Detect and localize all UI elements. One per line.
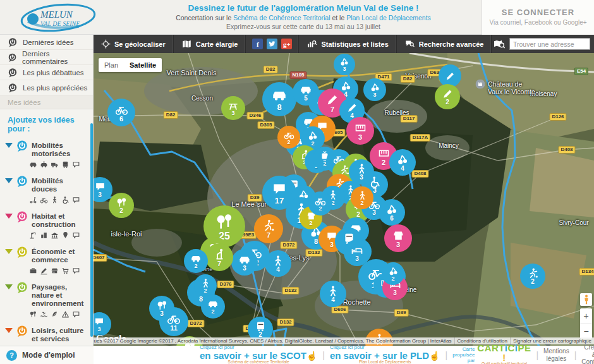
chevron-down-icon[interactable]: [5, 214, 13, 219]
plant-icon: [51, 310, 59, 318]
map-canvas[interactable]: Vert Saint DenisCessonVoisenonRubellesMo…: [94, 53, 594, 346]
map-marker-walk[interactable]: 4: [265, 250, 291, 277]
map-marker-car[interactable]: 3: [231, 249, 258, 276]
map-type-plan-button[interactable]: Plan: [99, 58, 124, 72]
map-marker-trees[interactable]: 3: [149, 296, 174, 321]
sidebar-item-3[interactable]: Les plus appréciées: [0, 80, 93, 95]
map-marker-bike[interactable]: 2: [308, 191, 332, 215]
advanced-search-button[interactable]: Recherche avancée: [397, 35, 492, 53]
marker-count: 3: [372, 210, 376, 216]
map-marker-car[interactable]: 2: [201, 294, 225, 318]
map-type-control: Plan Satellite: [99, 58, 162, 72]
map-marker-sport[interactable]: 2: [520, 264, 545, 289]
map-marker-bike[interactable]: 6: [107, 99, 135, 126]
sidebar-item-1[interactable]: Derniers commentaires: [0, 50, 93, 65]
category-3[interactable]: Économie et commerce: [0, 243, 93, 279]
login-button[interactable]: SE CONNECTER Via courriel, Facebook ou G…: [482, 0, 594, 35]
chevron-down-icon[interactable]: [5, 249, 13, 254]
wide-map-button[interactable]: Carte élargie: [174, 35, 246, 53]
marker-count: 2: [309, 221, 312, 226]
legal-link[interactable]: Mentions légales: [543, 348, 569, 362]
sidebar-item-0[interactable]: Dernières idées: [0, 35, 93, 50]
logo-text-1: MELUN: [40, 9, 73, 20]
map-toolbar: Se géolocaliser Carte élargie f g+ Stati…: [94, 35, 594, 53]
sidebar-scrollbar[interactable]: [90, 123, 93, 337]
carticipe-logo-letters: PE: [518, 343, 531, 353]
category-4[interactable]: Paysages, nature et environnement: [0, 279, 93, 322]
pld-link[interactable]: Plan Local de Déplacements: [346, 14, 431, 21]
scot-link[interactable]: Schéma de Cohérence Territorial: [233, 14, 330, 21]
bank-icon: [51, 231, 59, 240]
map-marker-piano[interactable]: 3: [346, 117, 374, 145]
pointer-hand-icon: ☝: [429, 351, 440, 361]
address-input[interactable]: [509, 38, 590, 50]
map-marker-walk[interactable]: 3: [349, 159, 374, 185]
map-marker-lamp[interactable]: 7: [205, 243, 233, 271]
googleplus-button[interactable]: g+: [281, 39, 292, 49]
road-badge: D117: [401, 115, 418, 123]
sidebar-item-2[interactable]: Les plus débattues: [0, 65, 93, 80]
map-marker-walk[interactable]: 2: [351, 186, 373, 209]
facebook-button[interactable]: f: [252, 39, 263, 49]
marker-count: 3: [243, 265, 246, 272]
twitter-button[interactable]: [267, 39, 277, 49]
road-badge: D372: [187, 320, 204, 327]
map-marker-pencil[interactable]: 2: [435, 84, 460, 109]
map-type-satellite-button[interactable]: Satellite: [124, 58, 162, 72]
map-marker-car[interactable]: 8: [262, 82, 296, 116]
chevron-down-icon[interactable]: [5, 284, 13, 289]
address-search: [493, 38, 594, 50]
carticipe-logo[interactable]: CARTiCiPE ! Outil participatif territori…: [477, 343, 531, 364]
scot-pre: Cliquez ici pour: [200, 345, 317, 350]
map-marker-walk[interactable]: 2: [194, 274, 217, 297]
map-marker-bench[interactable]: 3: [221, 96, 245, 120]
map-marker-trees[interactable]: 2: [109, 193, 134, 218]
chat-icon: [271, 181, 288, 197]
map-marker-cherries[interactable]: 3: [363, 78, 386, 101]
subtitle-mid: et le: [330, 14, 347, 21]
walk-icon: [357, 190, 368, 201]
map-marker-cherries[interactable]: 3: [334, 54, 355, 75]
scot-footer-link[interactable]: Cliquez ici pour en savoir + sur le SCOT…: [200, 345, 317, 364]
stats-button[interactable]: Statistiques et listes: [299, 35, 396, 53]
category-2[interactable]: Habitat et construction: [0, 208, 93, 243]
map-marker-cherries[interactable]: 4: [389, 149, 416, 176]
map-marker-shop[interactable]: 3: [384, 224, 412, 252]
bike-icon: [40, 196, 48, 204]
map-marker-sport[interactable]: 7: [254, 214, 283, 243]
streetview-pegman-button[interactable]: [580, 293, 592, 306]
category-1[interactable]: Mobilités douces: [0, 173, 93, 208]
chevron-down-icon[interactable]: [5, 178, 13, 183]
chevron-down-icon[interactable]: [5, 143, 13, 148]
footer-divider: |: [322, 350, 325, 360]
pld-footer-link[interactable]: Cliquez ici pour en savoir + sur le PLD☝…: [330, 345, 440, 364]
sidebar-item-label: Les plus appréciées: [23, 84, 87, 92]
powered-by: Cartepropulséepar CARTiCiPE ! Outil part…: [452, 343, 531, 364]
add-ideas-title: Ajoutez vos idées pour :: [0, 109, 93, 137]
chevron-down-icon[interactable]: [5, 328, 13, 333]
car-icon: [238, 253, 251, 266]
zoom-in-button[interactable]: +: [580, 308, 592, 324]
marker-count: 7: [267, 232, 270, 239]
stats-icon: [306, 39, 317, 49]
footer-divider: |: [446, 350, 448, 360]
town-label: Vert Saint Denis: [167, 69, 217, 76]
footer: Cliquez ici pour en savoir + sur le SCOT…: [94, 346, 594, 364]
help-button[interactable]: ? Mode d'emploi: [0, 346, 94, 364]
map-marker-cherries[interactable]: 6: [379, 199, 405, 226]
chat-o-icon: [72, 161, 80, 169]
map-marker-cherries[interactable]: 2: [382, 262, 404, 285]
chateau-poi-icon[interactable]: [476, 80, 485, 89]
credits-link[interactable]: Crédits & Contacts: [581, 344, 594, 364]
shop-icon: [392, 229, 405, 242]
map-marker-bike[interactable]: 2: [277, 126, 300, 149]
road-badge: N105: [289, 71, 306, 79]
category-0[interactable]: Mobilités motorisées: [0, 137, 93, 173]
zoom-out-button[interactable]: −: [580, 324, 592, 339]
chat-o-icon: [72, 196, 80, 204]
geolocate-label: Se géolocaliser: [114, 40, 166, 48]
map-marker-car[interactable]: 2: [184, 249, 208, 273]
marker-count: 7: [330, 106, 334, 113]
geolocate-button[interactable]: Se géolocaliser: [94, 35, 174, 53]
map-marker-walk[interactable]: 4: [320, 281, 346, 307]
